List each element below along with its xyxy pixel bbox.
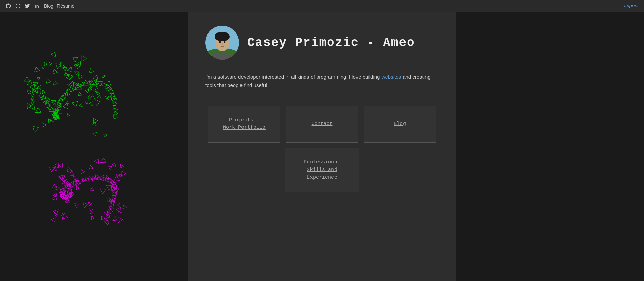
nav-bottom-row: ProfessionalSkills andExperience	[205, 145, 439, 195]
main-content: Casey Primozic - Ameo I'm a software dev…	[0, 12, 644, 281]
left-fractal-canvas	[0, 12, 132, 281]
resume-nav-link[interactable]: Résumé	[57, 3, 74, 9]
topbar-icons: in	[5, 3, 40, 9]
svg-point-0	[16, 4, 20, 8]
topbar: in Blog Résumé Imprint	[0, 0, 644, 12]
github-icon[interactable]	[5, 3, 12, 9]
nav-grid: Projects +Work Portfolio Contact Blog Pr…	[205, 103, 439, 195]
svg-point-7	[222, 43, 223, 45]
profile-header: Casey Primozic - Ameo	[205, 26, 439, 60]
projects-link[interactable]: Projects +Work Portfolio	[223, 117, 266, 132]
nav-box-skills[interactable]: ProfessionalSkills andExperience	[285, 148, 359, 192]
svg-point-6	[224, 41, 226, 43]
blog-nav-link[interactable]: Blog	[44, 3, 53, 9]
bio-websites-link[interactable]: websites	[382, 74, 401, 80]
contact-link[interactable]: Contact	[311, 120, 332, 128]
nav-box-blog[interactable]: Blog	[364, 106, 436, 143]
center-panel: Casey Primozic - Ameo I'm a software dev…	[188, 12, 456, 281]
blog-box-link[interactable]: Blog	[394, 120, 406, 128]
bio-text: I'm a software developer interested in a…	[205, 73, 439, 89]
nav-box-contact[interactable]: Contact	[286, 106, 358, 143]
nav-top-row: Projects +Work Portfolio Contact Blog	[205, 103, 439, 145]
svg-point-4	[215, 32, 230, 41]
profile-name: Casey Primozic - Ameo	[247, 36, 415, 50]
imprint-link[interactable]: Imprint	[624, 3, 639, 8]
topbar-links: Blog Résumé	[44, 3, 74, 9]
svg-point-5	[219, 41, 221, 43]
linkedin-icon[interactable]: in	[34, 3, 40, 9]
nav-box-projects[interactable]: Projects +Work Portfolio	[208, 106, 280, 143]
skills-link[interactable]: ProfessionalSkills andExperience	[304, 159, 340, 182]
circle-icon[interactable]	[15, 3, 21, 9]
bio-before-link: I'm a software developer interested in a…	[205, 74, 382, 80]
topbar-right: Imprint	[624, 3, 639, 9]
avatar-image	[205, 26, 239, 60]
left-decoration-panel	[0, 12, 132, 281]
avatar	[205, 26, 239, 60]
twitter-icon[interactable]	[24, 3, 30, 9]
